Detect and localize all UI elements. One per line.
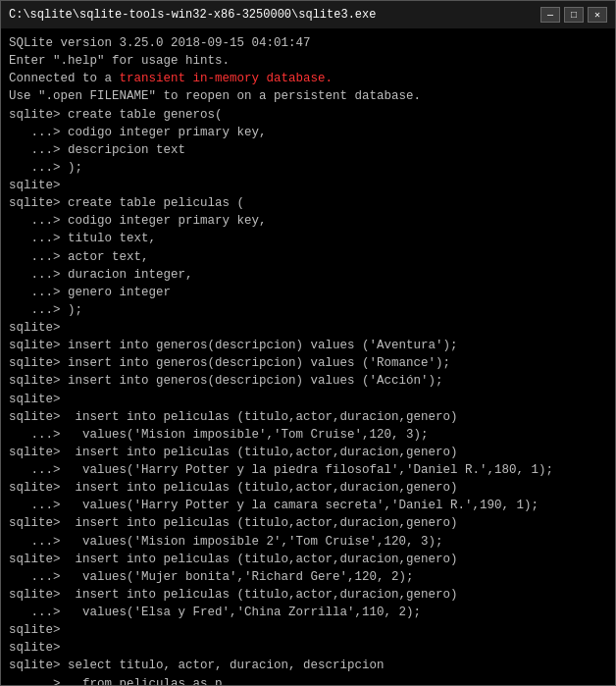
- terminal-line: sqlite>: [9, 621, 607, 639]
- terminal-line: sqlite> insert into peliculas (titulo,ac…: [9, 479, 607, 497]
- terminal-line: ...> duracion integer,: [9, 266, 607, 284]
- window-title: C:\sqlite\sqlite-tools-win32-x86-3250000…: [9, 8, 376, 22]
- terminal-line: SQLite version 3.25.0 2018-09-15 04:01:4…: [9, 34, 607, 52]
- terminal-line: Connected to a transient in-memory datab…: [9, 70, 607, 87]
- terminal-line: ...> codigo integer primary key,: [9, 212, 607, 230]
- terminal-line: ...> values('Mision imposible 2','Tom Cr…: [9, 533, 607, 551]
- terminal-line: sqlite> insert into generos(descripcion)…: [9, 372, 607, 390]
- terminal-line: sqlite>: [9, 319, 607, 337]
- terminal-line: sqlite>: [9, 391, 607, 408]
- terminal-line: ...> titulo text,: [9, 230, 607, 247]
- terminal-line: ...> codigo integer primary key,: [9, 124, 607, 141]
- terminal-line: sqlite> insert into peliculas (titulo,ac…: [9, 514, 607, 532]
- terminal-line: ...> values('Elsa y Fred','China Zorrill…: [9, 604, 607, 621]
- app-window: C:\sqlite\sqlite-tools-win32-x86-3250000…: [0, 0, 616, 686]
- terminal-line: Use ".open FILENAME" to reopen on a pers…: [9, 87, 607, 105]
- terminal-line: sqlite> select titulo, actor, duracion, …: [9, 657, 607, 674]
- terminal-line: ...> descripcion text: [9, 141, 607, 159]
- terminal-line: ...> values('Mujer bonita','Richard Gere…: [9, 568, 607, 586]
- terminal-output[interactable]: SQLite version 3.25.0 2018-09-15 04:01:4…: [1, 28, 615, 685]
- terminal-line: ...> values('Harry Potter y la piedra fi…: [9, 461, 607, 479]
- terminal-line: sqlite>: [9, 639, 607, 657]
- terminal-line: sqlite> insert into peliculas (titulo,ac…: [9, 408, 607, 426]
- terminal-line: sqlite>: [9, 177, 607, 194]
- terminal-line: sqlite> insert into peliculas (titulo,ac…: [9, 444, 607, 461]
- terminal-line: sqlite> create table generos(: [9, 106, 607, 124]
- window-controls: — □ ✕: [540, 7, 607, 23]
- terminal-line: ...> values('Mision imposible','Tom Crui…: [9, 426, 607, 444]
- terminal-line: sqlite> insert into generos(descripcion)…: [9, 337, 607, 354]
- title-bar: C:\sqlite\sqlite-tools-win32-x86-3250000…: [1, 1, 615, 28]
- terminal-line: ...> actor text,: [9, 248, 607, 266]
- terminal-line: ...> genero integer: [9, 284, 607, 301]
- terminal-line: ...> );: [9, 159, 607, 177]
- terminal-line: sqlite> insert into generos(descripcion)…: [9, 354, 607, 372]
- terminal-line: Enter ".help" for usage hints.: [9, 52, 607, 70]
- terminal-line: ...> );: [9, 301, 607, 319]
- minimize-button[interactable]: —: [540, 7, 560, 23]
- terminal-line: ...> from peliculas as p: [9, 675, 607, 686]
- terminal-line: ...> values('Harry Potter y la camara se…: [9, 497, 607, 514]
- maximize-button[interactable]: □: [564, 7, 584, 23]
- close-button[interactable]: ✕: [588, 7, 607, 23]
- terminal-line: sqlite> create table peliculas (: [9, 194, 607, 212]
- terminal-line: sqlite> insert into peliculas (titulo,ac…: [9, 586, 607, 604]
- terminal-line: sqlite> insert into peliculas (titulo,ac…: [9, 551, 607, 568]
